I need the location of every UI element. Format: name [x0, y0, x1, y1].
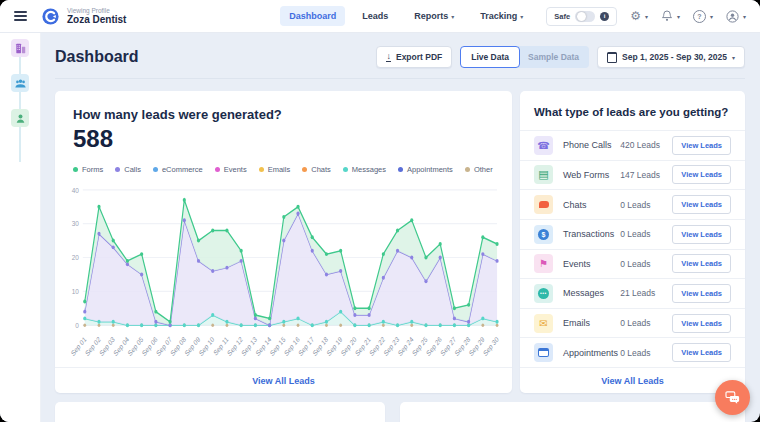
view-leads-button[interactable]: View Leads: [672, 165, 731, 184]
appointment-icon: [534, 343, 553, 362]
legend-label: Messages: [352, 165, 386, 174]
download-icon: ↓: [386, 52, 391, 63]
data-mode-switch: Live Data Sample Data: [460, 46, 589, 68]
lead-type-row: ☎Phone Calls420 LeadsView Leads: [520, 131, 745, 161]
profile-sidebar: [0, 32, 41, 422]
dollar-glyph: $: [538, 229, 549, 240]
live-chat-button[interactable]: [715, 380, 750, 415]
view-all-leads-row: View All Leads: [520, 368, 745, 393]
chevron-down-icon: ▾: [743, 13, 746, 20]
nav-tab-label: Reports: [414, 11, 448, 21]
info-icon[interactable]: i: [600, 12, 609, 21]
legend-item-chats[interactable]: Chats: [302, 165, 331, 174]
legend-label: Forms: [82, 165, 103, 174]
view-leads-button[interactable]: View Leads: [672, 225, 731, 244]
chat-bubble-glyph: [539, 201, 549, 208]
nav-tab-label: Dashboard: [289, 11, 336, 21]
date-range-picker[interactable]: Sep 1, 2025 - Sep 30, 2025 ▾: [597, 46, 745, 68]
viewing-profile[interactable]: Viewing Profile Zoza Dentist: [67, 7, 126, 25]
lead-type-row: ✉Emails0 LeadsView Leads: [520, 309, 745, 339]
webform-icon: ▤: [534, 165, 553, 184]
nav-tab-tracking[interactable]: Tracking▾: [471, 6, 532, 26]
nav-tab-reports[interactable]: Reports▾: [405, 6, 463, 26]
export-pdf-button[interactable]: ↓ Export PDF: [376, 46, 452, 68]
legend-item-other[interactable]: Other: [465, 165, 493, 174]
lead-type-label: Messages: [563, 288, 620, 298]
calendar-icon: [607, 52, 617, 63]
sample-data-button[interactable]: Sample Data: [518, 46, 589, 68]
legend-label: Other: [474, 165, 493, 174]
lead-types-title: What type of leads are you getting?: [520, 91, 745, 131]
help-menu[interactable]: ? ▾: [693, 10, 713, 23]
legend-dot: [398, 167, 403, 172]
view-leads-button[interactable]: View Leads: [672, 136, 731, 155]
view-leads-button[interactable]: View Leads: [672, 284, 731, 303]
legend-dot: [153, 167, 158, 172]
phone-icon: ☎: [534, 136, 553, 155]
legend-label: Calls: [124, 165, 141, 174]
lead-type-label: Emails: [563, 318, 620, 328]
lead-type-label: Transactions: [563, 229, 620, 239]
lead-types-rows: ☎Phone Calls420 LeadsView Leads▤Web Form…: [520, 131, 745, 368]
view-all-leads-link[interactable]: View All Leads: [252, 376, 315, 386]
legend-label: Emails: [268, 165, 291, 174]
agency-icon[interactable]: [11, 39, 29, 57]
lead-type-count: 0 Leads: [620, 200, 672, 210]
main-content: Dashboard ↓ Export PDF Live Data Sample …: [40, 32, 760, 422]
lead-type-count: 0 Leads: [620, 229, 672, 239]
team-icon[interactable]: [11, 74, 29, 92]
lead-type-row: Appointments0 LeadsView Leads: [520, 338, 745, 368]
legend-item-forms[interactable]: Forms: [73, 165, 103, 174]
header-controls: ↓ Export PDF Live Data Sample Data Sep 1…: [376, 46, 745, 68]
bottom-card-left: [55, 402, 385, 422]
leads-chart[interactable]: 010203040Sep 01Sep 02Sep 03Sep 04Sep 05S…: [61, 180, 504, 367]
legend-item-emails[interactable]: Emails: [259, 165, 291, 174]
lead-types-card: What type of leads are you getting? ☎Pho…: [520, 91, 745, 393]
live-data-button[interactable]: Live Data: [460, 46, 520, 68]
legend-dot: [302, 167, 307, 172]
legend-label: Events: [224, 165, 247, 174]
legend-item-events[interactable]: Events: [215, 165, 247, 174]
chevron-down-icon: ▾: [732, 54, 735, 61]
view-leads-button[interactable]: View Leads: [672, 343, 731, 362]
legend-dot: [259, 167, 264, 172]
notifications-menu[interactable]: ▾: [661, 10, 680, 22]
lead-type-label: Phone Calls: [563, 140, 620, 150]
legend-item-ecommerce[interactable]: eCommerce: [153, 165, 203, 174]
hamburger-menu-icon[interactable]: [0, 11, 40, 21]
leads-generated-card: How many leads were generated? 588 Forms…: [55, 91, 512, 393]
bell-icon[interactable]: [661, 10, 673, 22]
view-leads-button[interactable]: View Leads: [672, 195, 731, 214]
nav-tab-leads[interactable]: Leads: [353, 6, 397, 26]
nav-tab-dashboard[interactable]: Dashboard: [280, 6, 345, 26]
svg-text:40: 40: [72, 185, 79, 195]
profile-user-icon[interactable]: [11, 109, 29, 127]
app-window: Viewing Profile Zoza Dentist DashboardLe…: [0, 0, 760, 422]
account-menu[interactable]: ▾: [726, 10, 746, 23]
legend-label: Chats: [311, 165, 331, 174]
app-logo-icon[interactable]: [42, 8, 59, 25]
lead-type-count: 420 Leads: [620, 140, 672, 150]
viewing-profile-label: Viewing Profile: [67, 7, 126, 14]
safe-toggle-switch[interactable]: [575, 11, 595, 22]
lead-type-row: $Transactions0 LeadsView Leads: [520, 220, 745, 250]
nav-tab-label: Leads: [362, 11, 388, 21]
view-all-leads-link[interactable]: View All Leads: [601, 376, 664, 386]
legend-item-appointments[interactable]: Appointments: [398, 165, 453, 174]
safe-toggle-label: Safe: [554, 12, 570, 21]
view-leads-button[interactable]: View Leads: [672, 254, 731, 273]
legend-label: Appointments: [407, 165, 453, 174]
legend-item-calls[interactable]: Calls: [115, 165, 141, 174]
legend-item-messages[interactable]: Messages: [343, 165, 386, 174]
lead-type-label: Appointments: [563, 348, 620, 358]
gear-icon[interactable]: ⚙: [630, 10, 641, 22]
lead-type-label: Chats: [563, 200, 620, 210]
avatar-icon[interactable]: [726, 10, 739, 23]
help-icon[interactable]: ?: [693, 10, 706, 23]
settings-menu[interactable]: ⚙ ▾: [630, 10, 648, 22]
lead-type-label: Events: [563, 259, 620, 269]
svg-text:10: 10: [72, 286, 79, 296]
view-leads-button[interactable]: View Leads: [672, 314, 731, 333]
safe-mode-toggle[interactable]: Safe i: [546, 7, 617, 26]
page-header: Dashboard ↓ Export PDF Live Data Sample …: [55, 32, 745, 79]
